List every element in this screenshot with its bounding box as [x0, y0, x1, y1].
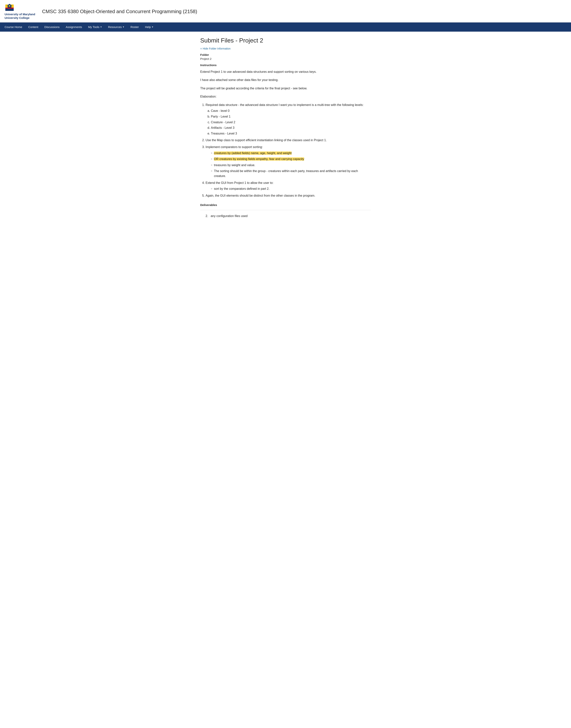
- folder-value: Project 2: [200, 57, 371, 61]
- paragraph-1: Extend Project 1 to use advanced data st…: [200, 69, 371, 74]
- main-content: Submit Files - Project 2 ∨ Hide Folder I…: [194, 32, 377, 229]
- nav-item-help[interactable]: Help ▼: [142, 22, 157, 32]
- nav-item-mytools[interactable]: My Tools ▼: [85, 22, 105, 32]
- sub-item-1c: Creature - Level 2: [211, 120, 371, 125]
- list-item-5: Again, the GUI elements should be distin…: [206, 193, 371, 198]
- sub-item-1a: Cave - level 0: [211, 108, 371, 113]
- page-title: Submit Files - Project 2: [200, 37, 371, 44]
- deliverable-2: 2. any configuration files used: [206, 213, 371, 218]
- list-item-4: Extend the GUI from Project 1 to allow t…: [206, 180, 371, 191]
- instructions-label: Instructions: [200, 64, 371, 67]
- nav-item-course-home[interactable]: Course Home: [2, 22, 25, 32]
- paragraph-elaboration: Elaboration:: [200, 94, 371, 99]
- deliverables-label: Deliverables: [200, 203, 371, 206]
- main-nav: Course Home Content Discussions Assignme…: [0, 22, 571, 32]
- nav-item-roster[interactable]: Roster: [127, 22, 142, 32]
- hide-folder-link[interactable]: ∨ Hide Folder Information: [200, 47, 371, 50]
- svg-marker-4: [8, 4, 11, 5]
- bullet-4a: sort by the comparators defined in part …: [211, 186, 371, 191]
- paragraph-2: I have also attached some other data fil…: [200, 78, 371, 83]
- sub-item-1b: Party - Level 1: [211, 114, 371, 119]
- list-item-1: Required data structure - the advanced d…: [206, 102, 371, 136]
- nav-item-discussions[interactable]: Discussions: [41, 22, 63, 32]
- mytools-arrow-icon: ▼: [100, 26, 102, 28]
- resources-arrow-icon: ▼: [123, 26, 124, 28]
- list-item-2: Use the Map class to support efficient i…: [206, 138, 371, 143]
- bullet-3a: creatures by (added fields) name, age, h…: [211, 151, 371, 156]
- sub-item-1e: Treasures - Level 3: [211, 131, 371, 136]
- bullet-3b: OR creatures by existing fields empathy,…: [211, 157, 371, 162]
- sub-list-1: Cave - level 0 Party - Level 1 Creature …: [211, 108, 371, 136]
- nav-item-assignments[interactable]: Assignments: [63, 22, 85, 32]
- svg-rect-6: [5, 9, 14, 11]
- university-logo-icon: [5, 3, 14, 12]
- university-name: University of Maryland University Colleg…: [5, 13, 35, 20]
- svg-rect-5: [5, 8, 14, 9]
- paragraph-3: The project will be graded according the…: [200, 86, 371, 91]
- svg-rect-3: [9, 5, 10, 6]
- instructions-body: Extend Project 1 to use advanced data st…: [200, 69, 371, 218]
- header: University of Maryland University Colleg…: [0, 0, 571, 22]
- main-list: Required data structure - the advanced d…: [206, 102, 371, 198]
- folder-label: Folder: [200, 53, 371, 57]
- sub-item-1d: Artifacts - Level 3: [211, 125, 371, 130]
- bullet-3d: The sorting should be within the group -…: [211, 169, 371, 178]
- nav-item-content[interactable]: Content: [25, 22, 41, 32]
- logo-area: University of Maryland University Colleg…: [5, 3, 35, 20]
- bullet-list-4: sort by the comparators defined in part …: [211, 186, 371, 191]
- course-title: CMSC 335 6380 Object-Oriented and Concur…: [40, 8, 197, 15]
- chevron-down-icon: ∨: [200, 47, 202, 50]
- nav-item-resources[interactable]: Resources ▼: [105, 22, 127, 32]
- bullet-3c: treasures by weight and value.: [211, 163, 371, 168]
- list-item-3: Implement comparators to support sorting…: [206, 145, 371, 179]
- bullet-list-3: creatures by (added fields) name, age, h…: [211, 151, 371, 179]
- help-arrow-icon: ▼: [151, 26, 153, 28]
